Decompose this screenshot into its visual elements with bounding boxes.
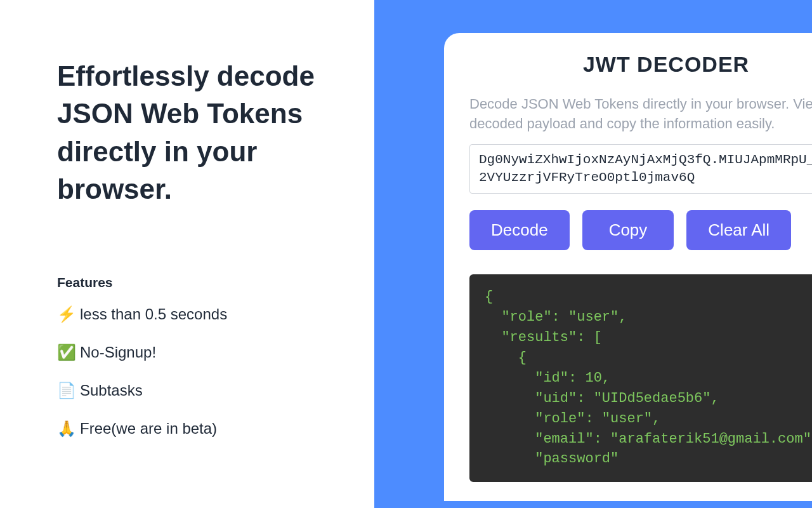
feature-text: Free(we are in beta) [80,420,217,438]
features-label: Features [57,275,317,290]
decoder-card: JWT DECODER Decode JSON Web Tokens direc… [444,33,812,501]
feature-item: ⚡ less than 0.5 seconds [57,305,317,323]
right-panel: JWT DECODER Decode JSON Web Tokens direc… [374,0,812,508]
button-row: Decode Copy Clear All [469,210,812,250]
feature-text: Subtasks [80,382,143,399]
jwt-token-input[interactable]: Dg0NywiZXhwIjoxNzAyNjAxMjQ3fQ.MIUJApmMRp… [469,144,812,194]
document-icon: 📄 [57,382,76,399]
clear-all-button[interactable]: Clear All [686,210,791,250]
left-panel: Effortlessly decode JSON Web Tokens dire… [0,0,374,508]
main-heading: Effortlessly decode JSON Web Tokens dire… [57,57,317,208]
decode-button[interactable]: Decode [469,210,570,250]
pray-icon: 🙏 [57,420,76,438]
decoder-subtitle: Decode JSON Web Tokens directly in your … [469,95,812,134]
decoded-output: { "role": "user", "results": [ { "id": 1… [469,274,812,482]
feature-item: 📄 Subtasks [57,382,317,399]
copy-button[interactable]: Copy [582,210,674,250]
decoder-title: JWT DECODER [469,52,812,77]
feature-item: 🙏 Free(we are in beta) [57,420,317,438]
feature-text: No-Signup! [80,344,156,361]
checkmark-icon: ✅ [57,344,76,361]
feature-text: less than 0.5 seconds [80,305,227,323]
lightning-icon: ⚡ [57,305,76,323]
feature-item: ✅ No-Signup! [57,344,317,361]
